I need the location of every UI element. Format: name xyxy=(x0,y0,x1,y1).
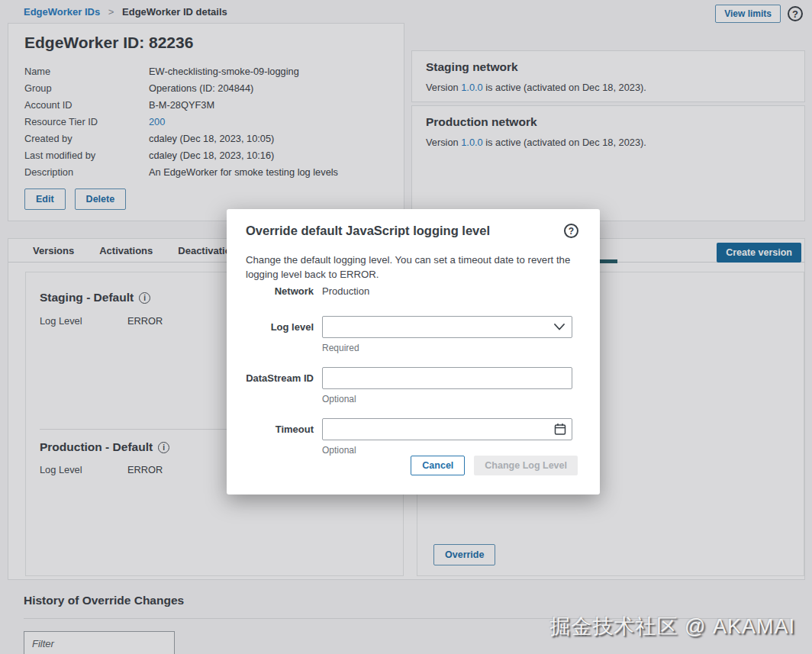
network-value: Production xyxy=(322,285,369,298)
network-row: Network Production xyxy=(246,285,581,298)
log-level-row: Log level Required xyxy=(246,316,581,367)
datastream-row: DataStream ID Optional xyxy=(246,367,581,418)
timeout-input[interactable] xyxy=(322,418,572,440)
datastream-helper: Optional xyxy=(322,394,572,404)
modal-description: Change the default logging level. You ca… xyxy=(246,253,580,282)
modal-help-icon[interactable]: ? xyxy=(564,224,578,238)
watermark: 掘金技术社区 @ AKAMAI xyxy=(550,613,795,640)
datastream-id-input[interactable] xyxy=(322,367,572,389)
change-log-level-button: Change Log Level xyxy=(474,456,578,475)
timeout-helper: Optional xyxy=(322,445,572,456)
edgeworker-details-page: EdgeWorker IDs > EdgeWorker ID details V… xyxy=(0,0,812,654)
log-level-select[interactable] xyxy=(322,316,572,338)
modal-form: Network Production Log level Required Da… xyxy=(246,285,581,469)
cancel-button[interactable]: Cancel xyxy=(411,456,465,475)
chevron-down-icon xyxy=(554,324,565,330)
override-log-level-modal: Override default JavaScript logging leve… xyxy=(227,209,600,495)
modal-title: Override default JavaScript logging leve… xyxy=(246,224,490,238)
log-level-helper: Required xyxy=(322,343,572,353)
